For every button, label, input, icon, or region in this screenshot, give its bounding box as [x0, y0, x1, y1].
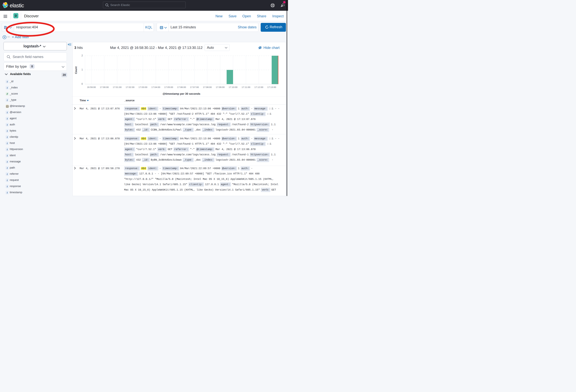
svg-text:@timestamp per 30 seconds: @timestamp per 30 seconds [163, 92, 200, 95]
svg-text:17:09:00: 17:09:00 [216, 86, 225, 88]
svg-text:16:59:00: 16:59:00 [87, 86, 96, 88]
svg-text:17:10:00: 17:10:00 [229, 86, 238, 88]
svg-text:17:07:00: 17:07:00 [190, 86, 199, 88]
svg-text:17:13:00: 17:13:00 [267, 86, 276, 88]
svg-text:1: 1 [82, 68, 83, 71]
svg-text:0: 0 [82, 83, 83, 85]
svg-text:Count: Count [75, 66, 78, 74]
svg-text:17:12:00: 17:12:00 [254, 86, 263, 88]
svg-text:17:02:00: 17:02:00 [126, 86, 135, 88]
svg-text:17:00:00: 17:00:00 [100, 86, 109, 88]
svg-text:17:01:00: 17:01:00 [113, 86, 122, 88]
svg-text:17:08:00: 17:08:00 [203, 86, 212, 88]
svg-text:2: 2 [82, 54, 83, 57]
svg-text:17:05:00: 17:05:00 [164, 86, 173, 88]
svg-text:17:06:00: 17:06:00 [177, 86, 186, 88]
svg-text:17:04:00: 17:04:00 [151, 86, 160, 88]
svg-text:17:03:00: 17:03:00 [139, 86, 147, 88]
svg-text:17:11:00: 17:11:00 [242, 86, 250, 88]
